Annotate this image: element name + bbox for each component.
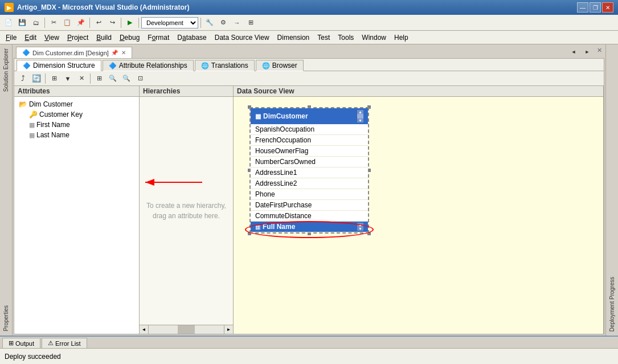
dsv-header: Data Source View	[234, 86, 603, 97]
close-button[interactable]: ✕	[602, 2, 613, 13]
dim-customer-tab[interactable]: 🔷 Dim Customer.dim [Design] 📌 ✕	[16, 47, 132, 58]
menu-tools[interactable]: Tools	[334, 32, 357, 43]
toolbar-btn-1[interactable]: 🔧	[203, 17, 216, 29]
dsv-row-address2[interactable]: AddressLine2	[251, 178, 368, 189]
pin-button[interactable]: 📌	[111, 50, 118, 56]
dsv-row-fullname[interactable]: ▦ Full Name ▲ ▼	[251, 222, 368, 232]
dsv-table-wrapper: ▦ DimCustomer ▲ ▼	[249, 107, 369, 234]
tree-children: 🔑 Customer Key ▦ First Name ▦ Last Name	[27, 109, 137, 140]
menu-help[interactable]: Help	[391, 32, 412, 43]
paste-button[interactable]: 📌	[75, 17, 87, 29]
dsv-row-datefirst[interactable]: DateFirstPurchase	[251, 200, 368, 211]
tab-translations[interactable]: 🌐 Translations	[195, 60, 255, 71]
redo-button[interactable]: ↪	[106, 17, 118, 29]
menu-window[interactable]: Window	[358, 32, 390, 43]
menu-dimension[interactable]: Dimension	[274, 32, 313, 43]
itb-sep1	[45, 73, 46, 84]
dsv-rows: SpanishOccupation FrenchOccupation House…	[251, 124, 368, 232]
dsv-row-houseowner[interactable]: HouseOwnerFlag	[251, 146, 368, 157]
doc-area-close[interactable]: ✕	[595, 46, 604, 58]
folder-icon: 📂	[19, 100, 27, 108]
key-icon: 🔑	[29, 111, 38, 118]
hierarchy-hint: To create a new hierarchy, drag an attri…	[140, 195, 233, 227]
menu-edit[interactable]: Edit	[21, 32, 40, 43]
hier-scroll-thumb	[178, 325, 195, 334]
itb-btn-fit[interactable]: ⊡	[134, 72, 146, 85]
fullname-label: Full Name	[263, 223, 295, 231]
dsv-row-french[interactable]: FrenchOccupation	[251, 135, 368, 146]
output-tab[interactable]: ⊞ Output	[2, 338, 40, 348]
menu-datasourceview[interactable]: Data Source View	[211, 32, 273, 43]
window-controls[interactable]: — ❐ ✕	[577, 2, 613, 13]
itb-drop[interactable]: ▼	[62, 72, 74, 85]
deployment-progress-tab[interactable]: Deployment Progress	[607, 273, 617, 336]
main-panels: Attributes 📂 Dim Customer 🔑 Customer Key	[14, 86, 604, 334]
separator-5	[200, 18, 201, 28]
menu-format[interactable]: Format	[144, 32, 173, 43]
itb-btn-zoom[interactable]: 🔍	[107, 72, 119, 85]
dsv-row-spanish[interactable]: SpanishOccupation	[251, 124, 368, 135]
copy-button[interactable]: 📋	[61, 17, 73, 29]
toolbar-btn-4[interactable]: ⊞	[244, 17, 257, 29]
menu-test[interactable]: Test	[314, 32, 333, 43]
dim-struct-icon: 🔷	[23, 62, 31, 69]
dsv-row-numbercars[interactable]: NumberCarsOwned	[251, 157, 368, 167]
tab-browser[interactable]: 🌐 Browser	[256, 60, 304, 71]
hier-scroll-left[interactable]: ◄	[140, 325, 149, 334]
solution-explorer-tab[interactable]: Solution Explorer	[1, 44, 11, 96]
row-scroll-up[interactable]: ▲	[357, 223, 363, 227]
run-button[interactable]: ▶	[124, 17, 136, 29]
menu-database[interactable]: Database	[174, 32, 210, 43]
dsv-table-header[interactable]: ▦ DimCustomer ▲ ▼	[251, 108, 368, 124]
status-bar: Deploy succeeded	[0, 348, 618, 364]
doc-nav-right[interactable]: ►	[581, 46, 594, 58]
toolbar-btn-2[interactable]: ⚙	[217, 17, 230, 29]
restore-button[interactable]: ❐	[590, 2, 601, 13]
tree-item-firstname[interactable]: ▦ First Name	[27, 120, 137, 130]
inner-toolbar: ⤴ 🔄 ⊞ ▼ ✕ ⊞ 🔍 🔍 ⊡	[14, 71, 604, 86]
itb-btn-zoomout[interactable]: 🔍	[120, 72, 133, 85]
table-name: DimCustomer	[263, 112, 308, 120]
cut-button[interactable]: ✂	[47, 17, 60, 29]
hier-scroll-track[interactable]	[149, 325, 224, 334]
tree-item-lastname[interactable]: ▦ Last Name	[27, 130, 137, 140]
menu-build[interactable]: Build	[93, 32, 115, 43]
save-button[interactable]: 💾	[16, 17, 28, 29]
itb-grid[interactable]: ⊞	[48, 72, 60, 85]
table-scroll-up[interactable]: ▲	[357, 110, 363, 114]
doc-close-button[interactable]: ✕	[121, 50, 126, 56]
save-all-button[interactable]: 🗂	[30, 17, 42, 29]
errorlist-tab[interactable]: ⚠ Error List	[42, 338, 87, 348]
tab-attribute-relationships[interactable]: 🔷 Attribute Relationships	[103, 60, 194, 71]
tree-item-customerkey[interactable]: 🔑 Customer Key	[27, 109, 137, 120]
menu-view[interactable]: View	[41, 32, 63, 43]
menu-debug[interactable]: Debug	[116, 32, 143, 43]
dsv-row-address1[interactable]: AddressLine1	[251, 167, 368, 178]
undo-button[interactable]: ↩	[92, 17, 105, 29]
hierarchies-panel: Hierarchies To create a new hierarchy, d…	[140, 86, 234, 334]
fullname-icon: ▦	[255, 224, 260, 230]
properties-tab[interactable]: Properties	[1, 301, 11, 336]
new-button[interactable]: 📄	[2, 17, 15, 29]
toolbar-btn-3[interactable]: →	[231, 17, 243, 29]
drag-arrow	[140, 165, 208, 199]
title-bar: ▶ Artigo_MDX - Microsoft Visual Studio (…	[0, 0, 618, 15]
config-combo[interactable]: Development	[141, 17, 198, 28]
itb-btn-1[interactable]: ⤴	[17, 72, 29, 85]
minimize-button[interactable]: —	[577, 2, 588, 13]
table-scroll-down[interactable]: ▼	[357, 118, 363, 122]
tree-root-label: Dim Customer	[29, 100, 73, 108]
table-scroll-thumb[interactable]	[357, 114, 363, 118]
doc-nav-left[interactable]: ◄	[567, 46, 580, 58]
menu-file[interactable]: File	[2, 32, 20, 43]
row-scroll-down[interactable]: ▼	[357, 227, 363, 231]
itb-btn-2[interactable]: 🔄	[30, 72, 43, 85]
hier-scroll-right[interactable]: ►	[224, 325, 233, 334]
dsv-row-commute[interactable]: CommuteDistance	[251, 211, 368, 222]
itb-x[interactable]: ✕	[75, 72, 88, 85]
tab-dimension-structure[interactable]: 🔷 Dimension Structure	[17, 60, 101, 71]
tree-root[interactable]: 📂 Dim Customer	[17, 99, 137, 109]
dsv-row-phone[interactable]: Phone	[251, 189, 368, 200]
itb-grid2[interactable]: ⊞	[93, 72, 105, 85]
menu-project[interactable]: Project	[64, 32, 92, 43]
